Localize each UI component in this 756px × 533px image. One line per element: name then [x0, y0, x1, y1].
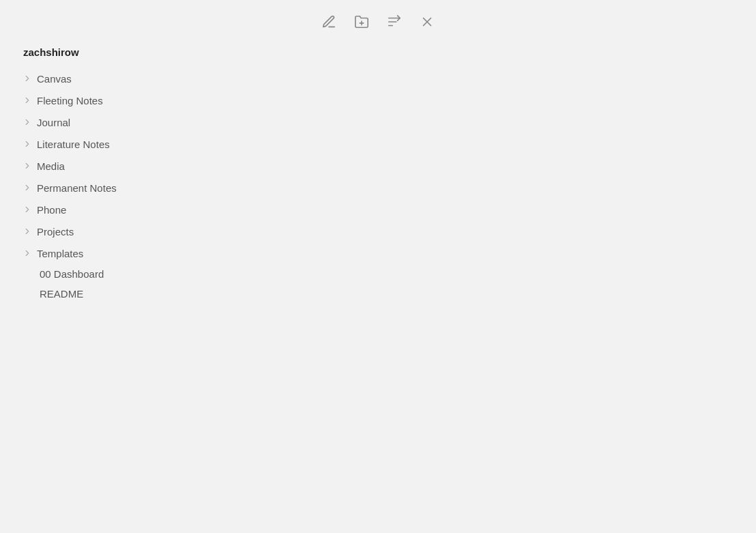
chevron-icon: [20, 246, 34, 260]
chevron-icon: [20, 181, 34, 195]
chevron-icon: [20, 203, 34, 216]
file-label: 00 Dashboard: [40, 268, 104, 280]
new-folder-icon[interactable]: [352, 12, 371, 31]
chevron-icon: [20, 225, 34, 238]
close-icon[interactable]: [418, 12, 437, 31]
file-label: README: [40, 288, 83, 300]
folder-label: Projects: [37, 226, 74, 237]
vault-name: zachshirow: [20, 46, 756, 58]
sort-icon[interactable]: [385, 12, 404, 31]
chevron-icon: [20, 72, 34, 85]
folder-item-templates[interactable]: Templates: [20, 242, 756, 264]
folder-label: Permanent Notes: [37, 182, 117, 194]
file-item-dashboard[interactable]: 00 Dashboard: [20, 264, 756, 284]
folder-label: Canvas: [37, 73, 72, 85]
toolbar: [0, 0, 756, 41]
chevron-icon: [20, 159, 34, 173]
folder-item-fleeting-notes[interactable]: Fleeting Notes: [20, 89, 756, 111]
folder-item-canvas[interactable]: Canvas: [20, 68, 756, 89]
chevron-icon: [20, 137, 34, 151]
file-explorer: zachshirow Canvas Fleeting Notes: [0, 41, 756, 304]
chevron-icon: [20, 93, 34, 107]
folder-item-permanent-notes[interactable]: Permanent Notes: [20, 177, 756, 199]
folder-item-phone[interactable]: Phone: [20, 199, 756, 220]
new-note-icon[interactable]: [319, 12, 338, 31]
folder-label: Journal: [37, 117, 70, 128]
folder-label: Literature Notes: [37, 139, 110, 150]
folder-label: Templates: [37, 248, 83, 259]
folder-label: Fleeting Notes: [37, 95, 103, 106]
folder-label: Phone: [37, 204, 66, 216]
chevron-icon: [20, 115, 34, 129]
folder-item-projects[interactable]: Projects: [20, 220, 756, 242]
file-item-readme[interactable]: README: [20, 284, 756, 304]
folder-item-media[interactable]: Media: [20, 155, 756, 177]
folder-item-literature-notes[interactable]: Literature Notes: [20, 133, 756, 155]
folder-item-journal[interactable]: Journal: [20, 111, 756, 133]
folder-label: Media: [37, 160, 65, 172]
